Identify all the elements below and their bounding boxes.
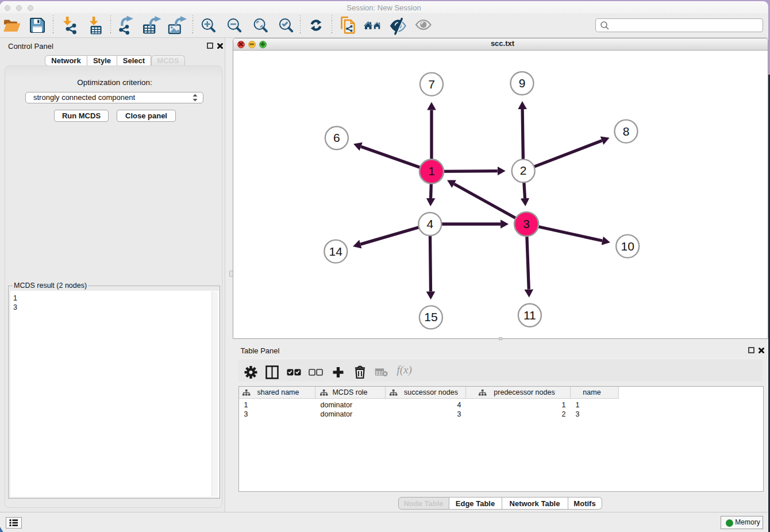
svg-text:11: 11 [523, 309, 536, 322]
svg-text:8: 8 [622, 125, 629, 138]
svg-text:10: 10 [621, 240, 634, 253]
svg-text:14: 14 [329, 245, 342, 258]
svg-text:15: 15 [424, 310, 437, 323]
svg-text:7: 7 [428, 78, 435, 91]
svg-text:2: 2 [519, 164, 526, 177]
svg-text:4: 4 [426, 217, 433, 230]
svg-text:1: 1 [428, 164, 435, 178]
svg-text:9: 9 [518, 76, 525, 90]
svg-text:3: 3 [523, 217, 530, 230]
svg-text:6: 6 [333, 131, 340, 144]
